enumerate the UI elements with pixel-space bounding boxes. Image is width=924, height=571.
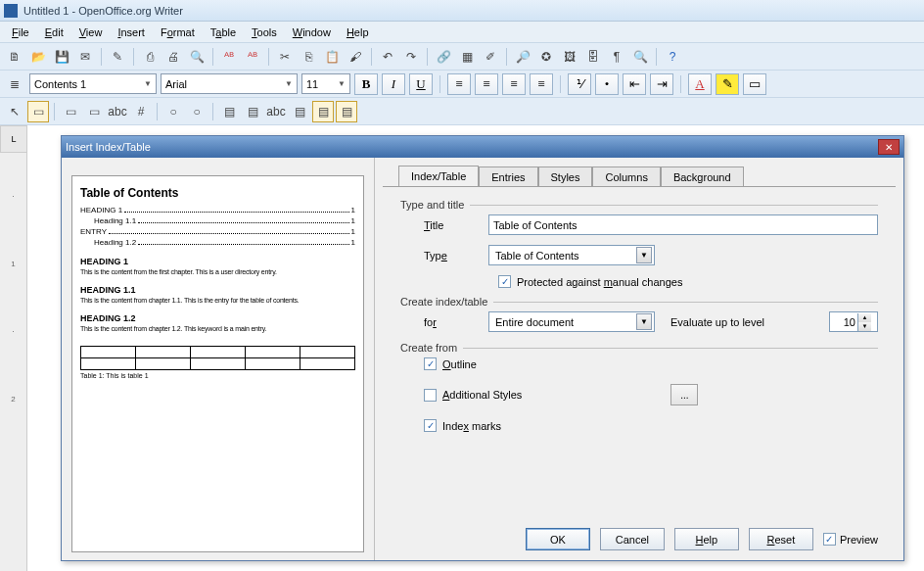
tool-icon[interactable]: ▤ — [312, 101, 334, 122]
pdf-icon[interactable]: ⎙ — [139, 46, 161, 68]
navigator-icon[interactable]: ✪ — [535, 46, 557, 68]
menu-format[interactable]: Format — [153, 24, 203, 40]
label-type: Type — [424, 250, 479, 262]
align-justify-icon[interactable]: ≡ — [530, 73, 553, 95]
font-color-icon[interactable]: A — [688, 73, 712, 95]
menu-file[interactable]: File — [4, 24, 37, 40]
tool-icon[interactable]: ○ — [162, 101, 184, 122]
decrease-indent-icon[interactable]: ⇤ — [623, 73, 646, 95]
align-right-icon[interactable]: ≡ — [502, 73, 526, 95]
copy-icon[interactable]: ⎘ — [298, 46, 319, 68]
nonprint-icon[interactable]: ¶ — [606, 46, 627, 68]
help-icon[interactable]: ? — [662, 46, 683, 68]
font-name-combo[interactable]: Arial ▼ — [161, 73, 298, 94]
print-icon[interactable]: 🖨 — [162, 46, 184, 68]
zoom-icon[interactable]: 🔍 — [629, 46, 651, 68]
menu-edit[interactable]: Edit — [37, 24, 71, 40]
increase-indent-icon[interactable]: ⇥ — [650, 73, 673, 95]
app-icon — [4, 4, 18, 18]
level-value[interactable] — [830, 316, 857, 328]
menu-window[interactable]: Window — [285, 24, 339, 40]
dialog-titlebar: Insert Index/Table ✕ — [62, 136, 903, 158]
outline-checkbox[interactable] — [424, 357, 437, 370]
menu-insert[interactable]: Insert — [110, 24, 153, 40]
font-size-combo[interactable]: 11 ▼ — [301, 73, 350, 94]
arrow-icon[interactable]: ↖ — [4, 101, 25, 122]
cut-icon[interactable]: ✂ — [274, 46, 296, 68]
help-button[interactable]: Help — [674, 528, 739, 550]
highlight-icon[interactable]: ✎ — [716, 73, 739, 95]
tab-styles[interactable]: Styles — [538, 167, 593, 187]
title-input[interactable] — [488, 214, 878, 235]
paste-icon[interactable]: 📋 — [321, 46, 343, 68]
datasources-icon[interactable]: 🗄 — [582, 46, 604, 68]
gallery-icon[interactable]: 🖼 — [559, 46, 580, 68]
tab-entries[interactable]: Entries — [479, 167, 537, 187]
font-size-value: 11 — [306, 78, 318, 90]
bg-color-icon[interactable]: ▭ — [743, 73, 766, 95]
tool-icon[interactable]: ▤ — [218, 101, 240, 122]
tool-icon[interactable]: ○ — [186, 101, 208, 122]
align-left-icon[interactable]: ≡ — [447, 73, 471, 95]
dialog-close-button[interactable]: ✕ — [878, 139, 900, 155]
protected-checkbox[interactable] — [498, 275, 511, 288]
menu-table[interactable]: Table — [203, 24, 244, 40]
tool-icon[interactable]: abc — [265, 101, 287, 122]
preview-checkbox[interactable] — [823, 533, 836, 546]
tool-icon[interactable]: ▤ — [242, 101, 263, 122]
spin-down-icon[interactable]: ▼ — [857, 322, 871, 331]
spin-up-icon[interactable]: ▲ — [857, 313, 871, 322]
save-icon[interactable]: 💾 — [51, 46, 72, 68]
additional-styles-checkbox[interactable] — [424, 389, 437, 402]
italic-button[interactable]: I — [382, 73, 405, 95]
edit-doc-icon[interactable]: ✎ — [107, 46, 128, 68]
redo-icon[interactable]: ↷ — [400, 46, 422, 68]
reset-button[interactable]: Reset — [749, 528, 813, 550]
menu-view[interactable]: View — [71, 24, 111, 40]
underline-button[interactable]: U — [409, 73, 433, 95]
styles-window-icon[interactable]: ≣ — [4, 73, 25, 95]
find-icon[interactable]: 🔎 — [512, 46, 533, 68]
table-icon[interactable]: ▦ — [456, 46, 478, 68]
tool-icon[interactable]: ▤ — [289, 101, 310, 122]
undo-icon[interactable]: ↶ — [377, 46, 398, 68]
tool-icon[interactable]: ▭ — [60, 101, 81, 122]
tool-icon[interactable]: ▭ — [83, 101, 105, 122]
new-doc-icon[interactable]: 🗎 — [4, 46, 25, 68]
drawing-toolbar: ↖ ▭ ▭ ▭ abc # ○ ○ ▤ ▤ abc ▤ ▤ ▤ — [0, 98, 924, 125]
chevron-down-icon: ▼ — [636, 247, 652, 263]
tool-icon[interactable]: ▤ — [336, 101, 357, 122]
tool-icon[interactable]: # — [130, 101, 152, 122]
font-name-value: Arial — [165, 78, 187, 90]
index-marks-checkbox[interactable] — [424, 419, 437, 432]
spellcheck-icon[interactable]: ᴬᴮ — [218, 46, 240, 68]
preview-icon[interactable]: 🔍 — [186, 46, 208, 68]
tab-index-table[interactable]: Index/Table — [398, 166, 479, 186]
vertical-ruler: · 1 · 2 — [0, 153, 27, 571]
for-combo[interactable]: Entire document ▼ — [488, 311, 655, 332]
ok-button[interactable]: OK — [526, 528, 590, 550]
menu-tools[interactable]: Tools — [244, 24, 285, 40]
bold-button[interactable]: B — [354, 73, 378, 95]
autospell-icon[interactable]: ᴬᴮ — [242, 46, 263, 68]
preview-pane: Table of Contents HEADING 11 Heading 1.1… — [62, 158, 375, 560]
align-center-icon[interactable]: ≡ — [475, 73, 498, 95]
number-list-icon[interactable]: ⅟ — [568, 73, 591, 95]
cancel-button[interactable]: Cancel — [600, 528, 665, 550]
paragraph-style-combo[interactable]: Contents 1 ▼ — [29, 73, 157, 94]
hyperlink-icon[interactable]: 🔗 — [433, 46, 454, 68]
tab-background[interactable]: Background — [661, 167, 744, 187]
type-combo[interactable]: Table of Contents ▼ — [488, 245, 655, 265]
bullet-list-icon[interactable]: • — [595, 73, 619, 95]
tab-columns[interactable]: Columns — [592, 167, 660, 187]
styles-picker-button[interactable]: ... — [670, 384, 698, 405]
level-spinner[interactable]: ▲ ▼ — [829, 311, 878, 332]
selected-tool-icon[interactable]: ▭ — [27, 101, 49, 122]
email-icon[interactable]: ✉ — [74, 46, 96, 68]
tab-strip: Index/Table Entries Styles Columns Backg… — [375, 158, 903, 186]
format-paint-icon[interactable]: 🖌 — [345, 46, 366, 68]
tool-icon[interactable]: abc — [107, 101, 128, 122]
menu-help[interactable]: Help — [339, 24, 377, 40]
open-icon[interactable]: 📂 — [27, 46, 49, 68]
draw-icon[interactable]: ✐ — [480, 46, 501, 68]
